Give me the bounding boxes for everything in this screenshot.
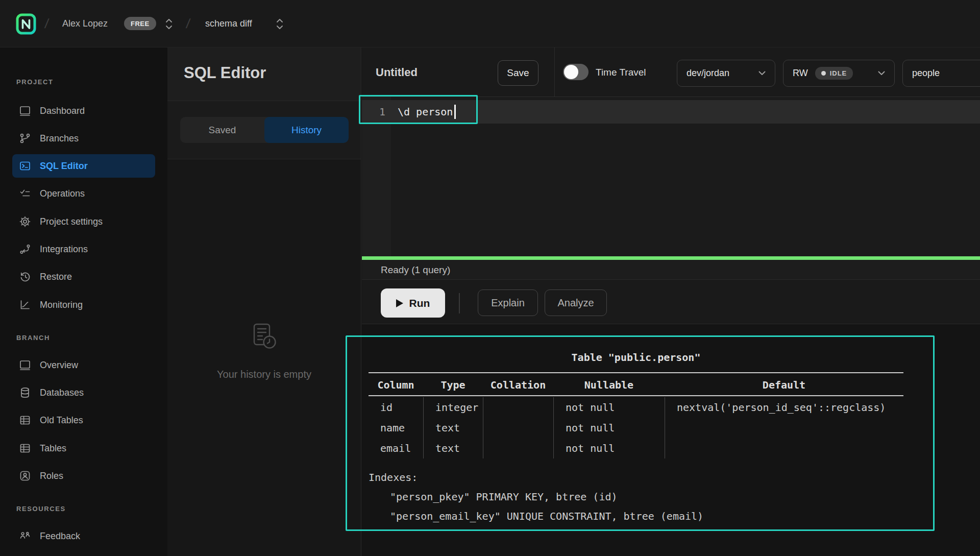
sidebar-item-label: Overview [40, 360, 78, 371]
neon-logo[interactable] [16, 13, 36, 35]
branches-icon [19, 132, 31, 144]
query-editor-panel: Untitled Save Time Travel dev/jordan RW … [362, 47, 980, 556]
restore-clock-icon [19, 271, 31, 283]
table-grid-icon [19, 414, 31, 426]
status-bar: Ready (1 query) [362, 260, 980, 280]
time-travel-label: Time Travel [596, 47, 646, 97]
toggle-knob [564, 65, 578, 79]
history-list: Your history is empty [167, 159, 361, 556]
sql-editor-panel-header: SQL Editor [167, 47, 361, 101]
integrations-icon [19, 243, 31, 255]
project-switcher-chevrons-icon[interactable] [275, 16, 284, 32]
idle-status-dot [821, 71, 826, 76]
empty-history-message: Your history is empty [167, 369, 361, 380]
explain-button[interactable]: Explain [478, 289, 538, 316]
sidebar-item-branches[interactable]: Branches [12, 127, 155, 150]
user-switcher-chevrons-icon[interactable] [164, 16, 174, 32]
sidebar-section-project: PROJECT [16, 78, 54, 86]
sidebar-item-overview[interactable]: Overview [12, 353, 155, 377]
status-badge: IDLE [815, 67, 853, 80]
sidebar-item-roles[interactable]: Roles [12, 464, 155, 488]
active-code-line[interactable]: 1 \d person [362, 100, 980, 124]
button-divider [459, 293, 460, 313]
chevron-down-icon [758, 71, 766, 76]
sidebar-item-label: SQL Editor [40, 161, 88, 172]
sidebar: PROJECT Dashboard Branches SQL Editor Op… [0, 47, 167, 556]
breadcrumb-separator [45, 0, 48, 47]
sidebar-item-label: Roles [40, 471, 63, 481]
action-bar: Run Explain Analyze [362, 280, 980, 324]
query-tab-title: Untitled [376, 47, 418, 97]
sidebar-item-label: Dashboard [40, 106, 85, 116]
sidebar-item-sql-editor[interactable]: SQL Editor [12, 154, 155, 178]
editor-header: Untitled Save Time Travel dev/jordan RW … [362, 47, 980, 97]
feedback-people-icon [19, 530, 31, 542]
sidebar-item-label: Feedback [40, 531, 80, 542]
save-button[interactable]: Save [498, 60, 538, 86]
status-text: Ready (1 query) [381, 260, 450, 280]
play-icon [396, 299, 403, 307]
database-select[interactable]: people [902, 60, 980, 87]
breadcrumb-project[interactable]: schema diff [205, 0, 252, 47]
database-select-value: people [912, 68, 940, 79]
page-title: SQL Editor [184, 64, 266, 82]
sidebar-item-feedback[interactable]: Feedback [12, 524, 155, 548]
tab-history[interactable]: History [264, 117, 349, 143]
segmented-control: Saved History [180, 117, 349, 143]
sidebar-item-monitoring[interactable]: Monitoring [12, 293, 155, 317]
sidebar-item-dashboard[interactable]: Dashboard [12, 99, 155, 123]
table-grid-icon [19, 442, 31, 454]
time-travel-toggle[interactable] [563, 64, 589, 80]
sql-editor-panel: SQL Editor Saved History Your history is… [167, 47, 361, 556]
sidebar-item-label: Operations [40, 188, 85, 199]
query-progress-bar [362, 256, 980, 260]
breadcrumb-user[interactable]: Alex Lopez [62, 0, 108, 47]
database-icon [19, 386, 31, 399]
header-divider [554, 47, 555, 97]
sidebar-item-label: Branches [40, 133, 79, 144]
text-cursor [454, 105, 456, 119]
sidebar-item-label: Old Tables [40, 415, 83, 426]
sidebar-item-project-settings[interactable]: Project settings [12, 210, 155, 233]
top-bar: Alex Lopez FREE schema diff [0, 0, 980, 47]
operations-icon [19, 187, 31, 200]
chevron-down-icon [878, 71, 885, 76]
sidebar-item-tables[interactable]: Tables [12, 437, 155, 460]
sidebar-item-label: Project settings [40, 216, 103, 227]
sql-editor-icon [19, 160, 31, 172]
results-panel [362, 324, 980, 556]
sidebar-item-operations[interactable]: Operations [12, 182, 155, 205]
code-editor[interactable]: 1 \d person [362, 97, 980, 256]
sidebar-item-label: Integrations [40, 244, 88, 255]
sidebar-item-label: Restore [40, 272, 72, 282]
run-button[interactable]: Run [381, 288, 445, 318]
sidebar-section-branch: BRANCH [16, 334, 50, 342]
saved-history-tabs-zone: Saved History [167, 101, 361, 159]
line-number: 1 [362, 106, 385, 118]
branch-select-value: dev/jordan [687, 68, 729, 79]
monitoring-chart-icon [19, 299, 31, 311]
plan-badge: FREE [124, 17, 156, 30]
code-text: \d person [398, 106, 453, 118]
tab-saved[interactable]: Saved [180, 117, 264, 143]
breadcrumb-separator [186, 0, 190, 47]
gear-icon [19, 215, 31, 228]
sidebar-item-integrations[interactable]: Integrations [12, 237, 155, 261]
empty-history-icon [249, 322, 280, 355]
user-badge-icon [19, 470, 31, 482]
sidebar-section-resources: RESOURCES [16, 505, 66, 513]
branch-select[interactable]: dev/jordan [677, 60, 775, 87]
sidebar-item-label: Tables [40, 443, 66, 454]
overview-icon [19, 359, 31, 371]
sidebar-item-label: Databases [40, 388, 84, 398]
dashboard-icon [19, 105, 31, 117]
sidebar-item-databases[interactable]: Databases [12, 381, 155, 404]
sidebar-item-label: Monitoring [40, 300, 83, 310]
sidebar-item-old-tables[interactable]: Old Tables [12, 408, 155, 432]
compute-mode: RW [793, 68, 808, 79]
sidebar-item-restore[interactable]: Restore [12, 265, 155, 288]
compute-select[interactable]: RW IDLE [783, 60, 895, 87]
analyze-button[interactable]: Analyze [545, 289, 607, 316]
